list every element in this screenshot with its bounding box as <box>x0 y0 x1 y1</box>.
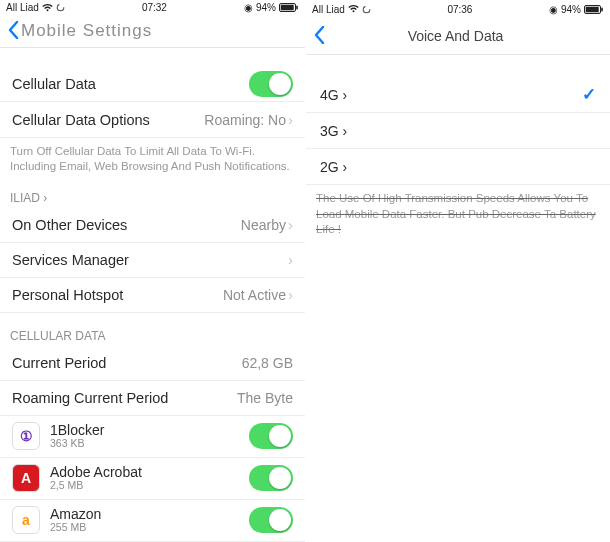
cellular-data-row[interactable]: Cellular Data <box>0 67 305 102</box>
services-manager-label: Services Manager <box>12 252 288 268</box>
app-size: 2,5 MB <box>50 480 249 492</box>
checkmark-icon: ✓ <box>582 84 596 105</box>
network-option-label: 4G › <box>320 87 582 103</box>
carrier-label: All Liad <box>6 2 39 13</box>
app-size: 255 MB <box>50 522 249 534</box>
network-option-label: 3G › <box>320 123 596 139</box>
clock-label: 07:36 <box>371 4 549 15</box>
nav-bar: Voice And Data <box>306 18 610 55</box>
roaming-period-row: Roaming Current Period The Byte <box>0 381 305 416</box>
cellular-data-label: Cellular Data <box>12 76 249 92</box>
other-devices-label: On Other Devices <box>12 217 241 233</box>
carrier-label: All Liad <box>312 4 345 15</box>
nav-back-label: Mobile Settings <box>21 21 152 41</box>
loading-icon <box>362 5 371 14</box>
settings-pane-left: All Liad 07:32 ◉ 94% Mobile Settings Ce <box>0 0 305 542</box>
app-icon: ① <box>12 422 40 450</box>
network-option-label: 2G › <box>320 159 596 175</box>
nav-title: Voice And Data <box>309 28 602 44</box>
app-toggle[interactable] <box>249 465 293 491</box>
current-period-label: Current Period <box>12 355 242 371</box>
hotspot-label: Personal Hotspot <box>12 287 223 303</box>
app-row[interactable]: aAmazon255 MB <box>0 500 305 542</box>
app-toggle[interactable] <box>249 423 293 449</box>
alarm-icon: ◉ <box>549 4 558 15</box>
cellular-footer-text: Turn Off Cellular Data To Limit All Data… <box>0 138 305 185</box>
cellular-options-label: Cellular Data Options <box>12 112 204 128</box>
network-option-row[interactable]: 2G › <box>306 149 610 185</box>
wifi-icon <box>348 5 359 13</box>
settings-pane-right: All Liad 07:36 ◉ 94% Voice And Data 4G ›… <box>305 0 610 542</box>
alarm-icon: ◉ <box>244 2 253 13</box>
status-bar: All Liad 07:32 ◉ 94% <box>0 0 305 16</box>
chevron-right-icon: › <box>288 251 293 268</box>
app-name: Amazon <box>50 507 249 522</box>
clock-label: 07:32 <box>65 2 244 13</box>
nav-bar: Mobile Settings <box>0 16 305 48</box>
other-devices-row[interactable]: On Other Devices Nearby › <box>0 208 305 243</box>
chevron-right-icon: › <box>288 111 293 128</box>
svg-rect-3 <box>296 6 298 10</box>
hotspot-row[interactable]: Personal Hotspot Not Active › <box>0 278 305 313</box>
current-period-value: 62,8 GB <box>242 355 293 371</box>
battery-icon <box>584 5 604 14</box>
svg-rect-2 <box>281 5 294 11</box>
app-name: Adobe Acrobat <box>50 465 249 480</box>
app-row[interactable]: AAdobe Acrobat2,5 MB <box>0 458 305 500</box>
apps-list: ①1Blocker363 KBAAdobe Acrobat2,5 MBaAmaz… <box>0 416 305 542</box>
voice-data-footer-text: The Use Of High Transmission Speeds Allo… <box>316 192 596 235</box>
chevron-right-icon: › <box>288 216 293 233</box>
back-button[interactable]: Mobile Settings <box>8 21 152 42</box>
app-size: 363 KB <box>50 438 249 450</box>
roaming-period-label: Roaming Current Period <box>12 390 237 406</box>
app-name: 1Blocker <box>50 423 249 438</box>
section-header-usage: CELLULAR DATA <box>0 313 305 346</box>
app-row[interactable]: ①1Blocker363 KB <box>0 416 305 458</box>
chevron-left-icon <box>8 21 19 42</box>
current-period-row: Current Period 62,8 GB <box>0 346 305 381</box>
section-header-iliad: ILIAD › <box>0 185 305 208</box>
network-option-row[interactable]: 4G ›✓ <box>306 77 610 113</box>
battery-icon <box>279 3 299 12</box>
status-bar: All Liad 07:36 ◉ 94% <box>306 0 610 18</box>
voice-data-options: 4G ›✓3G ›2G › <box>306 77 610 185</box>
svg-point-4 <box>363 6 370 13</box>
chevron-right-icon: › <box>288 286 293 303</box>
app-icon: A <box>12 464 40 492</box>
app-toggle[interactable] <box>249 507 293 533</box>
svg-rect-6 <box>586 6 599 12</box>
cellular-options-row[interactable]: Cellular Data Options Roaming: No › <box>0 102 305 137</box>
roaming-period-value: The Byte <box>237 390 293 406</box>
cellular-data-toggle[interactable] <box>249 71 293 97</box>
battery-label: 94% <box>256 2 276 13</box>
battery-label: 94% <box>561 4 581 15</box>
loading-icon <box>56 3 65 12</box>
app-icon: a <box>12 506 40 534</box>
svg-point-0 <box>57 5 64 12</box>
wifi-icon <box>42 4 53 12</box>
services-manager-row[interactable]: Services Manager › <box>0 243 305 278</box>
voice-data-footer: The Use Of High Transmission Speeds Allo… <box>306 185 610 248</box>
network-option-row[interactable]: 3G › <box>306 113 610 149</box>
svg-rect-7 <box>601 7 603 11</box>
